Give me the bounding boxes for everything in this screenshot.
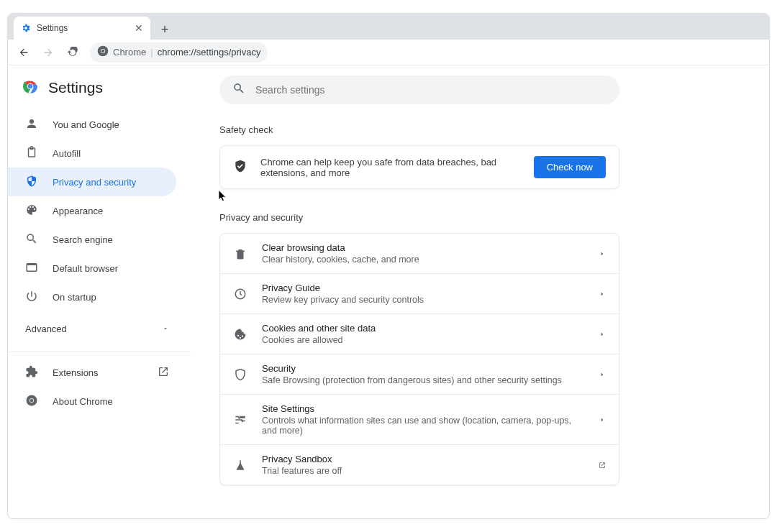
- chrome-chip-icon: [97, 45, 109, 59]
- omnibox[interactable]: Chrome | chrome://settings/privacy: [90, 42, 268, 63]
- shield-icon: [233, 368, 247, 381]
- row-title: Privacy Sandbox: [262, 454, 584, 464]
- cookie-icon: [233, 328, 247, 341]
- sidebar-item-on-startup[interactable]: On startup: [8, 283, 176, 311]
- sidebar-advanced[interactable]: Advanced: [8, 314, 191, 343]
- sidebar-item-label: Search engine: [53, 234, 113, 245]
- row-subtitle: Cookies are allowed: [262, 335, 584, 345]
- new-tab-button[interactable]: +: [155, 19, 175, 40]
- row-privacy-sandbox[interactable]: Privacy Sandbox Trial features are off: [220, 444, 619, 485]
- sidebar-item-label: Default browser: [53, 263, 118, 274]
- safety-check-text: Chrome can help keep you safe from data …: [260, 157, 521, 178]
- search-settings[interactable]: [219, 75, 619, 104]
- chevron-right-icon: [599, 247, 606, 260]
- sidebar-item-about-chrome[interactable]: About Chrome: [8, 387, 191, 416]
- sidebar-item-label: Autofill: [53, 148, 81, 159]
- omnibox-separator: |: [150, 47, 153, 58]
- sidebar-item-privacy-security[interactable]: Privacy and security: [8, 168, 176, 196]
- row-cookies[interactable]: Cookies and other site data Cookies are …: [220, 313, 619, 354]
- tab-strip: Settings ✕ +: [8, 14, 769, 40]
- sidebar-item-default-browser[interactable]: Default browser: [8, 254, 176, 283]
- tune-icon: [233, 413, 247, 426]
- row-security[interactable]: Security Safe Browsing (protection from …: [220, 354, 619, 394]
- omnibox-chip: Chrome: [113, 47, 146, 58]
- row-title: Clear browsing data: [262, 242, 584, 253]
- sidebar-item-label: You and Google: [53, 119, 119, 130]
- omnibox-path: chrome://settings/privacy: [158, 47, 261, 58]
- extension-icon: [25, 365, 38, 380]
- search-icon: [25, 232, 38, 247]
- row-title: Privacy Guide: [262, 283, 584, 293]
- row-subtitle: Trial features are off: [262, 466, 584, 476]
- row-subtitle: Controls what information sites can use …: [262, 416, 584, 436]
- chrome-icon: [25, 394, 38, 409]
- chevron-right-icon: [599, 328, 606, 341]
- svg-point-2: [101, 50, 105, 53]
- tab-title: Settings: [37, 23, 133, 33]
- advanced-label: Advanced: [25, 324, 67, 334]
- search-input[interactable]: [255, 84, 606, 96]
- row-site-settings[interactable]: Site Settings Controls what information …: [220, 394, 619, 444]
- open-in-new-icon: [599, 459, 606, 472]
- power-icon: [25, 290, 38, 305]
- row-subtitle: Clear history, cookies, cache, and more: [262, 254, 584, 265]
- content: Settings You and Google Autofill Privacy…: [8, 65, 769, 518]
- safety-check-card: Chrome can help keep you safe from data …: [219, 145, 619, 189]
- privacy-security-heading: Privacy and security: [219, 212, 740, 223]
- sidebar-item-label: On startup: [53, 292, 96, 303]
- person-icon: [25, 117, 38, 132]
- palette-icon: [25, 203, 38, 219]
- svg-point-5: [28, 84, 32, 88]
- extensions-label: Extensions: [53, 367, 99, 378]
- row-subtitle: Review key privacy and security controls: [262, 295, 584, 305]
- clipboard-icon: [25, 146, 38, 161]
- divider: [8, 352, 191, 352]
- page-title: Settings: [48, 79, 103, 96]
- chrome-logo-icon: [22, 78, 38, 97]
- sidebar-item-label: Appearance: [53, 206, 103, 216]
- shield-check-icon: [233, 159, 247, 176]
- row-privacy-guide[interactable]: Privacy Guide Review key privacy and sec…: [220, 273, 619, 313]
- sidebar-item-search-engine[interactable]: Search engine: [8, 225, 176, 254]
- row-title: Site Settings: [262, 403, 584, 414]
- flask-icon: [233, 459, 247, 472]
- chevron-right-icon: [599, 368, 606, 381]
- row-title: Security: [262, 363, 584, 374]
- sidebar-item-appearance[interactable]: Appearance: [8, 196, 176, 225]
- reload-button[interactable]: [63, 42, 83, 63]
- sidebar-item-you-and-google[interactable]: You and Google: [8, 110, 176, 139]
- chevron-down-icon: [162, 324, 169, 334]
- back-button[interactable]: [14, 42, 34, 63]
- safety-check-heading: Safety check: [219, 124, 740, 135]
- nav-list: You and Google Autofill Privacy and secu…: [8, 110, 191, 311]
- app-header: Settings: [8, 75, 191, 110]
- svg-point-8: [30, 398, 34, 402]
- search-icon: [232, 82, 245, 98]
- browser-window: Settings ✕ + Chrome | chrome://settings/…: [7, 13, 770, 519]
- open-in-new-icon: [158, 366, 169, 380]
- compass-icon: [233, 288, 247, 301]
- row-subtitle: Safe Browsing (protection from dangerous…: [262, 375, 584, 385]
- tab-settings[interactable]: Settings ✕: [14, 17, 150, 40]
- forward-button[interactable]: [38, 42, 58, 63]
- sidebar-item-autofill[interactable]: Autofill: [8, 139, 176, 168]
- main-panel: Safety check Chrome can help keep you sa…: [191, 65, 769, 518]
- check-now-button[interactable]: Check now: [534, 156, 606, 178]
- shield-icon: [25, 175, 38, 190]
- gear-icon: [21, 23, 31, 33]
- about-label: About Chrome: [53, 396, 113, 407]
- row-clear-browsing-data[interactable]: Clear browsing data Clear history, cooki…: [220, 234, 619, 273]
- toolbar: Chrome | chrome://settings/privacy: [8, 40, 769, 65]
- close-icon[interactable]: ✕: [133, 22, 145, 34]
- row-title: Cookies and other site data: [262, 323, 584, 334]
- privacy-settings-card: Clear browsing data Clear history, cooki…: [219, 233, 619, 485]
- sidebar: Settings You and Google Autofill Privacy…: [8, 65, 191, 518]
- browser-icon: [25, 261, 38, 276]
- trash-icon: [233, 247, 247, 260]
- sidebar-item-extensions[interactable]: Extensions: [8, 358, 191, 387]
- chevron-right-icon: [599, 413, 606, 426]
- sidebar-item-label: Privacy and security: [53, 177, 136, 188]
- chevron-right-icon: [599, 288, 606, 301]
